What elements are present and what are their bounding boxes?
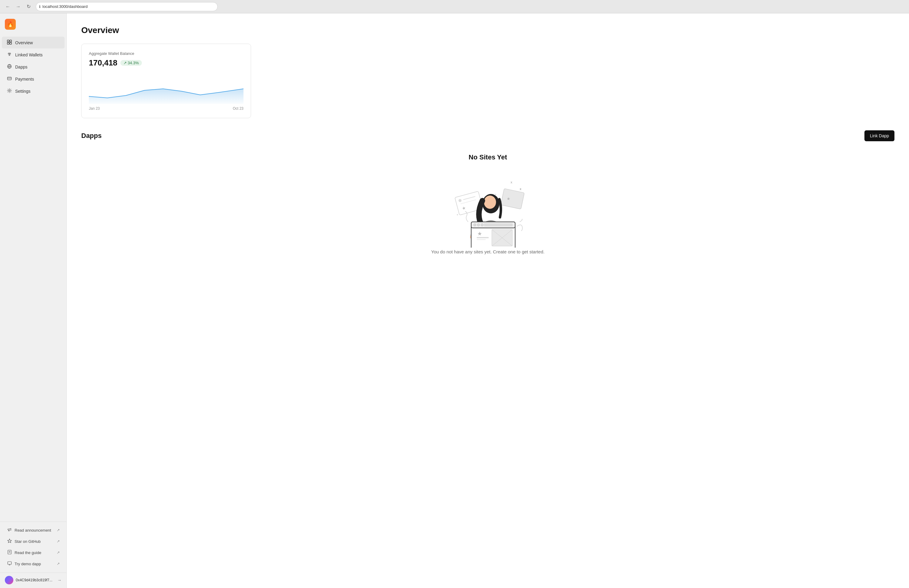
chart-badge: ↗ 34.3%	[120, 60, 142, 66]
svg-text:+: +	[457, 213, 458, 216]
sidebar-nav: Overview Linked Wallets Dapps Payments	[0, 35, 66, 522]
empty-state-desc: You do not have any sites yet. Create on…	[431, 249, 545, 254]
wallet-avatar	[5, 576, 13, 584]
guide-icon	[6, 550, 12, 555]
sidebar-wallet: 0x4C9d419b3c819f7... →	[0, 573, 66, 587]
demo-icon	[6, 561, 12, 567]
guide-label: Read the guide	[15, 551, 41, 555]
svg-rect-14	[8, 562, 11, 564]
link-dapp-button[interactable]: Link Dapp	[864, 130, 894, 141]
svg-text:x: x	[511, 180, 513, 184]
settings-label: Settings	[15, 89, 31, 94]
dapps-section-title: Dapps	[81, 132, 102, 140]
address-bar[interactable]: ℹ localhost:3000/dashboard	[36, 2, 218, 11]
url-text: localhost:3000/dashboard	[42, 4, 87, 9]
main-content: Overview Aggregate Wallet Balance 170,41…	[67, 13, 909, 588]
payments-icon	[6, 76, 12, 82]
chart-value: 170,418	[89, 58, 117, 68]
app-layout: 🔥 Overview Linked Wallets Dapps	[0, 13, 909, 588]
sidebar-item-github[interactable]: Star on GitHub ↗	[2, 536, 65, 547]
nav-buttons: ← → ↻	[4, 2, 33, 11]
svg-rect-0	[7, 40, 9, 42]
logout-icon[interactable]: →	[57, 578, 61, 583]
overview-label: Overview	[15, 40, 33, 45]
wallet-address: 0x4C9d419b3c819f7...	[16, 578, 55, 582]
chart-svg	[89, 74, 243, 104]
svg-rect-3	[10, 42, 11, 44]
svg-point-9	[9, 90, 10, 92]
github-label: Star on GitHub	[15, 539, 40, 544]
linked-wallets-label: Linked Wallets	[15, 52, 43, 57]
sidebar-item-settings[interactable]: Settings	[2, 85, 65, 97]
settings-icon	[6, 88, 12, 94]
back-button[interactable]: ←	[4, 2, 12, 11]
chart-date-start: Jan 23	[89, 107, 100, 111]
sidebar-item-announcement[interactable]: Read announcement ↗	[2, 525, 65, 536]
svg-text:x: x	[520, 187, 521, 191]
chart-badge-arrow: ↗	[123, 61, 127, 65]
illustration-svg: x + + x + + ★	[444, 172, 532, 248]
empty-state: No Sites Yet x + + x + +	[81, 147, 894, 267]
linked-wallets-icon	[6, 52, 12, 58]
sidebar-logo: 🔥	[0, 13, 66, 35]
reload-button[interactable]: ↻	[24, 2, 33, 11]
demo-label: Try demo dapp	[15, 562, 41, 566]
chart-label: Aggregate Wallet Balance	[89, 51, 243, 56]
svg-rect-28	[501, 189, 524, 209]
sidebar-item-dapps[interactable]: Dapps	[2, 61, 65, 73]
svg-point-31	[484, 195, 496, 209]
chart-dates: Jan 23 Oct 23	[89, 107, 243, 111]
svg-rect-7	[8, 77, 11, 80]
svg-marker-10	[8, 539, 11, 543]
payments-label: Payments	[15, 77, 34, 82]
empty-state-title: No Sites Yet	[469, 153, 507, 161]
chart-date-end: Oct 23	[233, 107, 243, 111]
sidebar-item-payments[interactable]: Payments	[2, 73, 65, 85]
svg-point-37	[477, 224, 480, 226]
browser-chrome: ← → ↻ ℹ localhost:3000/dashboard	[0, 0, 909, 13]
announcement-external-icon: ↗	[57, 528, 60, 532]
chart-badge-value: 34.3%	[128, 61, 139, 65]
svg-point-38	[481, 224, 483, 226]
sidebar-footer: Read announcement ↗ Star on GitHub ↗ Rea…	[0, 522, 66, 572]
chart-area	[89, 74, 243, 104]
svg-rect-39	[484, 223, 513, 226]
svg-rect-42	[477, 239, 486, 240]
dapps-icon	[6, 64, 12, 70]
svg-rect-1	[10, 40, 11, 42]
svg-text:★: ★	[477, 231, 482, 237]
dapps-label: Dapps	[15, 65, 27, 69]
empty-illustration: x + + x + + ★	[442, 170, 533, 249]
sidebar-item-demo[interactable]: Try demo dapp ↗	[2, 558, 65, 569]
sidebar-item-overview[interactable]: Overview	[2, 37, 65, 48]
forward-button[interactable]: →	[14, 2, 23, 11]
demo-external-icon: ↗	[57, 562, 60, 566]
lock-icon: ℹ	[39, 5, 40, 9]
sidebar: 🔥 Overview Linked Wallets Dapps	[0, 13, 67, 588]
sidebar-item-guide[interactable]: Read the guide ↗	[2, 547, 65, 558]
guide-external-icon: ↗	[57, 551, 60, 555]
sidebar-item-linked-wallets[interactable]: Linked Wallets	[2, 49, 65, 61]
overview-icon	[6, 40, 12, 45]
github-icon	[6, 539, 12, 544]
app-logo: 🔥	[5, 19, 16, 30]
svg-rect-2	[7, 42, 9, 44]
svg-rect-41	[477, 237, 489, 238]
announcement-icon	[6, 527, 12, 533]
chart-card: Aggregate Wallet Balance 170,418 ↗ 34.3%	[81, 44, 251, 118]
github-external-icon: ↗	[57, 539, 60, 543]
dapps-section-header: Dapps Link Dapp	[81, 130, 894, 141]
announcement-label: Read announcement	[15, 528, 51, 533]
page-title: Overview	[81, 26, 894, 35]
chart-value-row: 170,418 ↗ 34.3%	[89, 58, 243, 68]
svg-point-36	[474, 224, 476, 226]
